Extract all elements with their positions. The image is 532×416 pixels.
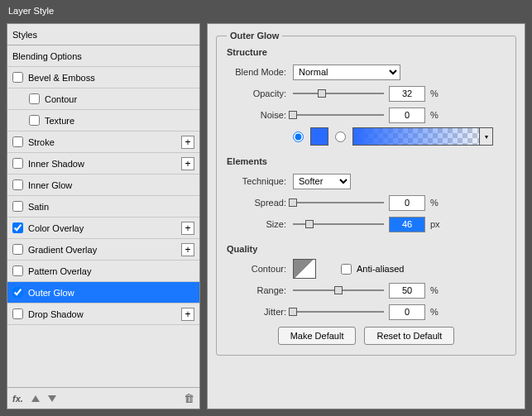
- inner-glow-checkbox[interactable]: [12, 179, 23, 190]
- glow-gradient-picker[interactable]: ▾: [352, 127, 493, 146]
- elements-heading: Elements: [227, 156, 506, 166]
- sidebar-header-styles[interactable]: Styles: [7, 24, 199, 45]
- noise-label: Noise:: [227, 110, 293, 120]
- sidebar-item-inner-shadow[interactable]: Inner Shadow+: [7, 153, 199, 175]
- anti-aliased-checkbox[interactable]: [341, 264, 352, 275]
- jitter-input[interactable]: [389, 304, 425, 320]
- inner-shadow-checkbox[interactable]: [12, 158, 23, 169]
- sidebar-item-stroke[interactable]: Stroke+: [7, 131, 199, 153]
- styles-sidebar: Styles Blending Options Bevel & Emboss C…: [7, 23, 200, 409]
- jitter-slider[interactable]: [293, 306, 384, 318]
- bevel-checkbox[interactable]: [12, 72, 23, 83]
- add-stroke-icon[interactable]: +: [181, 136, 194, 149]
- sidebar-item-outer-glow[interactable]: Outer Glow: [7, 282, 199, 304]
- gradient-overlay-checkbox[interactable]: [12, 244, 23, 255]
- add-color-overlay-icon[interactable]: +: [181, 222, 194, 235]
- size-input[interactable]: [389, 217, 425, 232]
- panel-title: Outer Glow: [227, 31, 282, 41]
- outer-glow-group: Outer Glow Structure Blend Mode: Normal …: [216, 31, 516, 356]
- move-up-icon[interactable]: [31, 395, 40, 402]
- opacity-slider[interactable]: [293, 88, 384, 99]
- add-inner-shadow-icon[interactable]: +: [181, 157, 194, 170]
- make-default-button[interactable]: Make Default: [278, 327, 357, 345]
- sidebar-footer: fx. 🗑: [7, 387, 199, 409]
- noise-input[interactable]: [389, 108, 425, 123]
- texture-checkbox[interactable]: [29, 115, 40, 126]
- spread-slider[interactable]: [293, 197, 384, 208]
- contour-checkbox[interactable]: [29, 93, 40, 104]
- range-label: Range:: [227, 285, 293, 295]
- outer-glow-checkbox[interactable]: [12, 287, 23, 298]
- layer-style-window: Layer Style Styles Blending Options Beve…: [0, 0, 532, 416]
- reset-default-button[interactable]: Reset to Default: [364, 327, 454, 345]
- drop-shadow-checkbox[interactable]: [12, 308, 23, 319]
- add-drop-shadow-icon[interactable]: +: [181, 308, 194, 321]
- opacity-input[interactable]: [389, 86, 425, 102]
- range-input[interactable]: [389, 283, 425, 299]
- jitter-label: Jitter:: [227, 307, 293, 317]
- move-down-icon[interactable]: [48, 395, 56, 402]
- noise-slider[interactable]: [293, 109, 384, 121]
- satin-checkbox[interactable]: [12, 201, 23, 212]
- trash-icon[interactable]: 🗑: [184, 392, 194, 404]
- sidebar-item-gradient-overlay[interactable]: Gradient Overlay+: [7, 239, 199, 261]
- glow-gradient-radio[interactable]: [335, 131, 346, 142]
- size-slider[interactable]: [293, 218, 384, 230]
- add-gradient-overlay-icon[interactable]: +: [181, 243, 194, 256]
- size-label: Size:: [227, 219, 293, 229]
- gradient-dropdown-icon[interactable]: ▾: [479, 128, 492, 145]
- spread-input[interactable]: [389, 195, 425, 211]
- opacity-label: Opacity:: [227, 88, 293, 98]
- glow-color-radio[interactable]: [293, 131, 304, 142]
- anti-aliased-label: Anti-aliased: [357, 264, 404, 274]
- sidebar-item-color-overlay[interactable]: Color Overlay+: [7, 218, 199, 239]
- technique-select[interactable]: Softer: [293, 174, 351, 189]
- glow-color-swatch[interactable]: [310, 127, 328, 146]
- contour-label: Contour:: [227, 264, 293, 274]
- range-slider[interactable]: [293, 285, 384, 296]
- sidebar-item-bevel[interactable]: Bevel & Emboss: [7, 67, 199, 88]
- sidebar-item-texture[interactable]: Texture: [7, 110, 199, 131]
- fx-icon[interactable]: fx.: [12, 394, 23, 404]
- sidebar-item-inner-glow[interactable]: Inner Glow: [7, 175, 199, 196]
- window-title: Layer Style: [8, 6, 54, 16]
- blend-mode-select[interactable]: Normal: [293, 65, 400, 80]
- blend-mode-label: Blend Mode:: [227, 67, 293, 77]
- contour-picker[interactable]: [293, 259, 316, 279]
- structure-heading: Structure: [227, 47, 506, 57]
- window-titlebar: Layer Style: [0, 0, 532, 23]
- settings-panel: Outer Glow Structure Blend Mode: Normal …: [207, 23, 525, 409]
- spread-label: Spread:: [227, 198, 293, 208]
- color-overlay-checkbox[interactable]: [12, 222, 23, 233]
- technique-label: Technique:: [227, 176, 293, 186]
- sidebar-item-pattern-overlay[interactable]: Pattern Overlay: [7, 261, 199, 282]
- sidebar-item-drop-shadow[interactable]: Drop Shadow+: [7, 304, 199, 325]
- stroke-checkbox[interactable]: [12, 136, 23, 147]
- quality-heading: Quality: [227, 244, 506, 254]
- sidebar-item-satin[interactable]: Satin: [7, 196, 199, 218]
- pattern-overlay-checkbox[interactable]: [12, 265, 23, 276]
- sidebar-item-blending[interactable]: Blending Options: [7, 45, 199, 67]
- sidebar-item-contour[interactable]: Contour: [7, 88, 199, 110]
